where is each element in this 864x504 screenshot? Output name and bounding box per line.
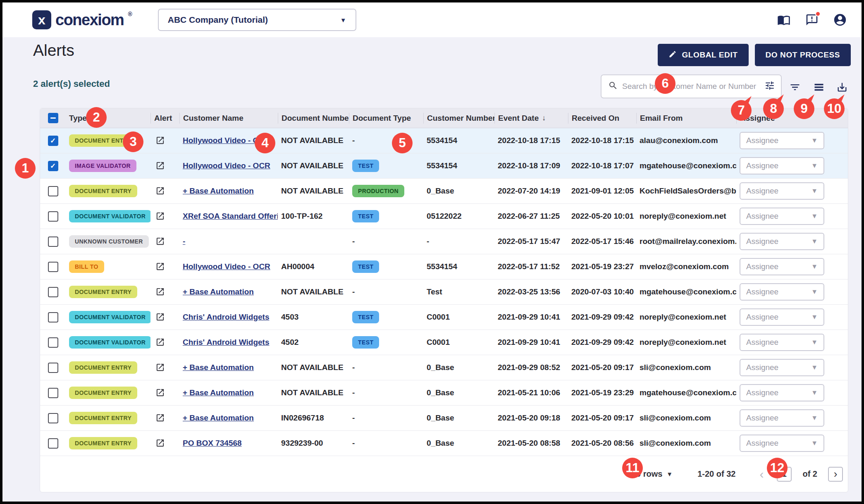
chevron-down-icon: ▼ xyxy=(340,17,346,24)
row-checkbox[interactable] xyxy=(48,287,58,297)
row-checkbox[interactable] xyxy=(48,388,58,398)
open-alert-icon[interactable] xyxy=(154,184,166,197)
row-checkbox[interactable]: ✓ xyxy=(48,136,58,146)
row-checkbox[interactable] xyxy=(48,186,58,196)
assignee-select[interactable]: Assignee▼ xyxy=(740,208,824,225)
table-body: ✓DOCUMENT ENTRYHollywood Video - OCRNOT … xyxy=(40,128,848,456)
open-alert-icon[interactable] xyxy=(154,285,166,298)
assignee-select[interactable]: Assignee▼ xyxy=(740,283,824,301)
notification-badge-dot xyxy=(815,11,821,17)
assignee-select[interactable]: Assignee▼ xyxy=(740,233,824,250)
row-checkbox[interactable] xyxy=(48,262,58,272)
row-density-menu-icon[interactable] xyxy=(812,80,826,94)
customer-name-link[interactable]: + Base Automation xyxy=(183,413,254,422)
chevron-down-icon: ▼ xyxy=(811,137,818,144)
customer-name-link[interactable]: Chris' Android Widgets xyxy=(183,338,269,346)
filter-list-icon[interactable] xyxy=(788,80,802,94)
row-checkbox[interactable] xyxy=(48,413,58,423)
search-box xyxy=(601,74,782,98)
account-avatar-icon[interactable] xyxy=(833,12,847,27)
type-badge: DOCUMENT VALIDATOR xyxy=(69,336,150,349)
assignee-select[interactable]: Assignee▼ xyxy=(740,384,824,401)
open-alert-icon[interactable] xyxy=(154,260,166,272)
customer-number-cell: 0_Base xyxy=(423,363,494,372)
customer-name-link[interactable]: Chris' Android Widgets xyxy=(183,313,269,321)
search-icon xyxy=(608,81,618,92)
customer-name-link[interactable]: XRef SOA Standard Offeri... xyxy=(183,212,278,220)
row-checkbox[interactable] xyxy=(48,312,58,322)
event-date-cell: 2022-03-25 13:56 xyxy=(494,287,568,296)
assignee-select[interactable]: Assignee▼ xyxy=(740,258,824,275)
open-alert-icon[interactable] xyxy=(154,311,166,323)
table-row: DOCUMENT ENTRY+ Base AutomationNOT AVAIL… xyxy=(40,380,848,406)
customer-name-link[interactable]: + Base Automation xyxy=(183,388,254,397)
documentation-book-icon[interactable] xyxy=(776,12,791,27)
customer-name-link[interactable]: + Base Automation xyxy=(183,363,254,372)
assignee-select[interactable]: Assignee▼ xyxy=(740,157,824,174)
advanced-filter-tune-icon[interactable] xyxy=(764,80,775,93)
row-checkbox[interactable] xyxy=(48,337,58,348)
assignee-select[interactable]: Assignee▼ xyxy=(740,132,824,149)
event-date-cell: 2022-10-18 17:15 xyxy=(494,136,568,145)
callout-6: 6 xyxy=(655,73,675,94)
open-alert-icon[interactable] xyxy=(154,437,166,449)
assignee-select[interactable]: Assignee▼ xyxy=(740,308,824,326)
empty-value: - xyxy=(352,388,355,397)
do-not-process-label: DO NOT PROCESS xyxy=(766,50,840,60)
open-alert-icon[interactable] xyxy=(154,361,166,373)
open-alert-icon[interactable] xyxy=(154,386,166,399)
email-from-cell: noreply@conexiom.net xyxy=(636,212,736,221)
download-icon[interactable] xyxy=(835,80,849,94)
do-not-process-button[interactable]: DO NOT PROCESS xyxy=(755,44,851,66)
col-alert: Alert xyxy=(150,113,179,124)
assignee-select[interactable]: Assignee▼ xyxy=(740,334,824,351)
table-row: DOCUMENT ENTRY+ Base AutomationIN0269671… xyxy=(40,406,848,431)
document-type-badge: TEST xyxy=(352,210,379,222)
company-selector[interactable]: ABC Company (Tutorial) ▼ xyxy=(158,9,356,31)
email-from-cell: sli@conexiom.com xyxy=(636,413,736,423)
customer-name-link[interactable]: + Base Automation xyxy=(183,186,254,195)
row-checkbox[interactable] xyxy=(48,211,58,222)
assignee-select[interactable]: Assignee▼ xyxy=(740,409,824,427)
col-customer-name: Customer Name xyxy=(179,113,278,124)
assignee-select[interactable]: Assignee▼ xyxy=(740,359,824,376)
row-checkbox[interactable] xyxy=(48,236,58,247)
open-alert-icon[interactable] xyxy=(154,210,166,222)
assignee-select[interactable]: Assignee▼ xyxy=(740,182,824,200)
customer-number-cell: C0001 xyxy=(423,313,494,322)
customer-name-link[interactable]: Hollywood Video - OCR xyxy=(183,161,270,170)
next-page-button[interactable]: › xyxy=(828,467,843,482)
chevron-down-icon: ▼ xyxy=(811,288,818,296)
search-input[interactable] xyxy=(622,82,764,91)
received-on-cell: 2021-09-01 12:05 xyxy=(568,186,636,196)
col-event-date[interactable]: Event Date↓ xyxy=(494,113,568,124)
received-on-cell: 2022-10-18 17:07 xyxy=(568,161,636,170)
prev-page-button[interactable]: ‹ xyxy=(757,467,766,481)
assignee-select[interactable]: Assignee▼ xyxy=(740,435,824,452)
empty-value: - xyxy=(352,136,355,145)
row-checkbox[interactable] xyxy=(48,438,58,449)
type-badge: DOCUMENT ENTRY xyxy=(69,361,137,374)
empty-value: - xyxy=(352,413,355,422)
row-checkbox[interactable] xyxy=(48,363,58,373)
row-checkbox[interactable]: ✓ xyxy=(48,161,58,171)
notifications-chat-icon[interactable] xyxy=(804,12,819,27)
customer-name-link[interactable]: - xyxy=(183,237,185,246)
open-alert-icon[interactable] xyxy=(154,159,166,172)
customer-number-cell: - xyxy=(423,237,494,246)
event-date-cell: 2021-09-29 10:41 xyxy=(494,338,568,347)
global-edit-button[interactable]: GLOBAL EDIT xyxy=(658,44,748,66)
received-on-cell: 2021-05-20 09:17 xyxy=(568,413,636,423)
customer-name-link[interactable]: + Base Automation xyxy=(183,287,254,296)
open-alert-icon[interactable] xyxy=(154,336,166,348)
type-badge: DOCUMENT VALIDATOR xyxy=(69,210,150,222)
email-from-cell: mveloz@conexiom.com xyxy=(636,262,736,271)
open-alert-icon[interactable] xyxy=(154,134,166,146)
customer-name-link[interactable]: PO BOX 734568 xyxy=(183,439,242,447)
received-on-cell: 2021-05-19 23:29 xyxy=(568,388,636,397)
open-alert-icon[interactable] xyxy=(154,235,166,247)
customer-name-link[interactable]: Hollywood Video - OCR xyxy=(183,262,270,271)
empty-value: - xyxy=(352,439,355,447)
select-all-checkbox[interactable] xyxy=(48,113,58,123)
open-alert-icon[interactable] xyxy=(154,411,166,424)
